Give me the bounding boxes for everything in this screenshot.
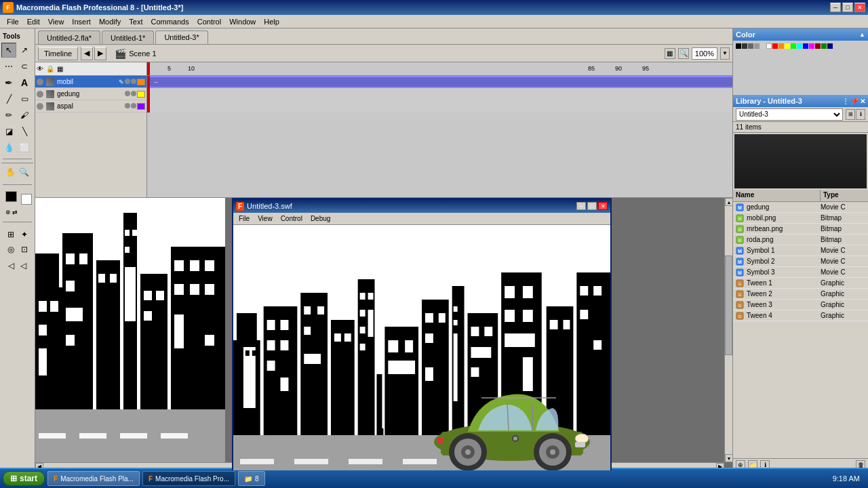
library-pin-btn[interactable]: 📌 xyxy=(850,98,859,105)
swf-menu-control[interactable]: Control xyxy=(278,215,305,222)
magnet-left[interactable]: ◁ xyxy=(5,258,17,273)
taskbar-item-8[interactable]: 📁 8 xyxy=(238,471,265,486)
swatch-orange[interactable] xyxy=(778,43,784,49)
eyedrop-tool[interactable]: 💧 xyxy=(1,140,16,155)
line-tool[interactable]: ╱ xyxy=(1,92,16,106)
swf-menu-file[interactable]: File xyxy=(236,215,252,222)
lib-col-type-header[interactable]: Type xyxy=(821,190,868,201)
start-button[interactable]: ⊞ start xyxy=(3,471,45,486)
zoom-dropdown[interactable]: ▼ xyxy=(720,47,730,60)
layer-color-gedung[interactable] xyxy=(137,91,145,98)
lib-row-symbol2[interactable]: M Symbol 2 Movie C xyxy=(733,256,868,267)
scroll-track-v[interactable] xyxy=(725,206,732,454)
v-scrollbar[interactable]: ▲ ▼ xyxy=(724,198,732,462)
swatch-blue[interactable] xyxy=(803,43,808,49)
scroll-down-btn[interactable]: ▼ xyxy=(725,454,732,462)
menu-view[interactable]: View xyxy=(44,16,68,27)
swap-colors[interactable]: ⇄ xyxy=(12,209,18,216)
fill-color[interactable] xyxy=(21,194,33,205)
lib-row-mobilpng[interactable]: B mobil.png Bitmap xyxy=(733,213,868,224)
maximize-button[interactable]: □ xyxy=(842,3,853,12)
nav-back[interactable]: ◀ xyxy=(81,47,93,60)
canvas-workspace[interactable]: F Untitled-3.swf ─ □ ✕ File View Control xyxy=(35,198,732,470)
lib-row-rodapng[interactable]: B roda.png Bitmap xyxy=(733,235,868,245)
close-button[interactable]: ✕ xyxy=(854,3,865,12)
snap-to-objects[interactable]: ⊡ xyxy=(18,242,31,257)
brush-tool[interactable]: 🖌 xyxy=(17,108,32,123)
layer-color-mobil[interactable] xyxy=(137,79,145,85)
swatch-black[interactable] xyxy=(736,43,741,49)
menu-window[interactable]: Window xyxy=(225,16,260,27)
lib-row-tween3[interactable]: G Tween 3 Graphic xyxy=(733,300,868,310)
lib-row-symbol3[interactable]: M Symbol 3 Movie C xyxy=(733,267,868,278)
swf-minimize[interactable]: ─ xyxy=(576,202,586,210)
timeline-button[interactable]: Timeline xyxy=(38,47,78,60)
lib-row-mrbean[interactable]: B mrbean.png Bitmap xyxy=(733,224,868,235)
zoom-tool[interactable]: 🔍 xyxy=(18,165,31,180)
swf-maximize[interactable]: □ xyxy=(587,202,597,210)
nav-forward[interactable]: ▶ xyxy=(94,47,106,60)
rect-tool[interactable]: ▭ xyxy=(17,92,32,106)
option-1[interactable]: ⊞ xyxy=(4,227,17,242)
layer-mobil[interactable]: mobil ✎ xyxy=(35,76,146,88)
swatch-red[interactable] xyxy=(772,43,778,49)
scroll-up-btn[interactable]: ▲ xyxy=(725,198,732,206)
library-options-btn[interactable]: ⋮ xyxy=(842,98,849,105)
magnet-right[interactable]: ◁ xyxy=(18,258,30,273)
swf-menu-view[interactable]: View xyxy=(255,215,275,222)
freeform-tool[interactable]: ⋯ xyxy=(1,59,16,74)
lib-row-tween2[interactable]: G Tween 2 Graphic xyxy=(733,289,868,300)
stroke-color[interactable] xyxy=(5,191,17,202)
lib-row-symbol1[interactable]: M Symbol 1 Movie C xyxy=(733,245,868,256)
tab-untitled2[interactable]: Untitled-2.fla* xyxy=(38,30,100,44)
option-3[interactable]: ◎ xyxy=(4,242,17,257)
library-close-btn[interactable]: ✕ xyxy=(860,98,865,105)
layer-gedung[interactable]: gedung xyxy=(35,88,146,100)
option-2[interactable]: ✦ xyxy=(18,227,31,242)
pencil-tool[interactable]: ✏ xyxy=(1,108,16,123)
layer-aspal[interactable]: aspal xyxy=(35,100,146,113)
menu-text[interactable]: Text xyxy=(125,16,146,27)
library-file-select[interactable]: Untitled-3 xyxy=(736,108,843,121)
layer-color-aspal[interactable] xyxy=(137,103,145,110)
swatch-darkgreen[interactable] xyxy=(821,43,827,49)
tab-untitled1[interactable]: Untitled-1* xyxy=(102,30,154,44)
swf-menu-debug[interactable]: Debug xyxy=(308,215,333,222)
no-color[interactable]: ⊗ xyxy=(5,209,11,216)
lib-new-symbol[interactable]: ⊞ xyxy=(846,109,855,120)
swatch-dark[interactable] xyxy=(742,43,747,49)
swatch-cyan[interactable] xyxy=(797,43,802,49)
view-btn-2[interactable]: 🔍 xyxy=(678,48,689,59)
menu-commands[interactable]: Commands xyxy=(146,16,193,27)
taskbar-item-flash1[interactable]: F Macromedia Flash Pla... xyxy=(47,471,140,486)
select-tool[interactable]: ↖ xyxy=(1,43,16,58)
lib-col-name-header[interactable]: Name xyxy=(733,190,821,201)
swatch-mid[interactable] xyxy=(748,43,753,49)
lib-row-gedung[interactable]: M gedung Movie C xyxy=(733,202,868,213)
swatch-light[interactable] xyxy=(754,43,760,49)
minimize-button[interactable]: ─ xyxy=(830,3,841,12)
lib-row-tween4[interactable]: G Tween 4 Graphic xyxy=(733,310,868,321)
scroll-thumb-v[interactable] xyxy=(725,256,732,354)
menu-edit[interactable]: Edit xyxy=(23,16,44,27)
frames-aspal-cells[interactable] xyxy=(150,100,732,113)
menu-help[interactable]: Help xyxy=(260,16,283,27)
eraser-tool[interactable]: ⬜ xyxy=(17,140,32,155)
swatch-white[interactable] xyxy=(766,43,772,49)
swatch-darkblue[interactable] xyxy=(827,43,833,49)
swatch-lighter[interactable] xyxy=(760,43,766,49)
swatch-magenta[interactable] xyxy=(809,43,814,49)
playhead[interactable] xyxy=(147,62,150,75)
swf-close[interactable]: ✕ xyxy=(598,202,608,210)
swatch-darkred[interactable] xyxy=(815,43,821,49)
subselect-tool[interactable]: ↗ xyxy=(17,43,32,58)
menu-file[interactable]: File xyxy=(3,16,23,27)
text-tool[interactable]: A xyxy=(17,75,32,90)
ink-tool[interactable]: ╲ xyxy=(17,124,32,139)
color-panel-collapse[interactable]: ▲ xyxy=(859,31,865,38)
hand-tool[interactable]: ✋ xyxy=(4,165,17,180)
lib-row-tween1[interactable]: G Tween 1 Graphic xyxy=(733,278,868,289)
menu-modify[interactable]: Modify xyxy=(95,16,125,27)
lib-props[interactable]: ℹ xyxy=(856,109,865,120)
swatch-green[interactable] xyxy=(791,43,796,49)
